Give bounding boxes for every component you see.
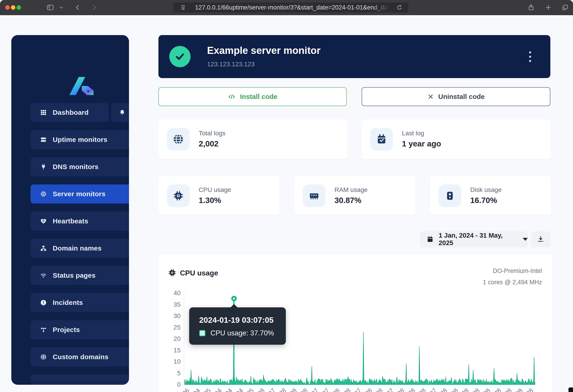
- y-axis-tick: 0: [156, 381, 180, 388]
- status-up-icon: [169, 46, 191, 67]
- address-bar[interactable]: 127.0.0.1/66uptime/server-monitor/3?&sta…: [173, 2, 409, 12]
- monitor-header-card: [158, 35, 550, 78]
- reader-view-icon[interactable]: [176, 2, 190, 12]
- sidebar-item-server-monitors[interactable]: Server monitors: [31, 184, 129, 203]
- user-profile[interactable]: Example sample@example.com: [31, 383, 129, 385]
- chart-title: CPU usage: [180, 269, 218, 277]
- sidebar-item-label: DNS monitors: [53, 163, 98, 171]
- share-icon[interactable]: [525, 2, 537, 13]
- sidebar-item-partial[interactable]: [31, 374, 129, 381]
- sidebar: Dashboard Uptime monitors DNS monitors S…: [11, 35, 129, 385]
- stat-card-disk-usage: Disk usage 16.70%: [430, 176, 551, 215]
- tooltip-arrow: [230, 304, 238, 308]
- close-window-button[interactable]: [5, 5, 10, 10]
- stat-value: 16.70%: [470, 196, 497, 205]
- y-axis-tick: 5: [156, 370, 180, 377]
- download-button[interactable]: [531, 231, 550, 247]
- uninstall-code-label: Uninstall code: [438, 93, 484, 101]
- sidebar-item-incidents[interactable]: Incidents: [31, 293, 129, 312]
- stat-label: RAM usage: [335, 186, 368, 194]
- notifications-button[interactable]: [111, 103, 129, 122]
- sidebar-item-label: Incidents: [53, 299, 83, 306]
- date-range-label: 1 Jan, 2024 - 31 May, 2025: [439, 232, 512, 247]
- y-axis-tick: 15: [156, 347, 180, 354]
- stat-value: 30.87%: [335, 196, 361, 205]
- stat-label: Last log: [402, 130, 424, 137]
- uninstall-code-button[interactable]: Uninstall code: [362, 87, 550, 106]
- sidebar-item-label: Custom domains: [53, 353, 108, 361]
- app-logo: [68, 73, 95, 96]
- browser-window: 127.0.0.1/66uptime/server-monitor/3?&sta…: [0, 0, 573, 392]
- x-icon: [427, 93, 434, 100]
- sidebar-item-domain-names[interactable]: Domain names: [31, 239, 129, 258]
- url-text: 127.0.0.1/66uptime/server-monitor/3?&sta…: [195, 2, 390, 12]
- sidebar-toggle-icon[interactable]: [44, 2, 56, 13]
- stat-value: 2,002: [199, 139, 219, 148]
- tooltip-timestamp: 2024-01-19 03:07:05: [199, 316, 274, 324]
- y-axis-tick: 20: [156, 335, 180, 342]
- globe-icon: [167, 128, 190, 150]
- sidebar-item-status-pages[interactable]: Status pages: [31, 266, 129, 285]
- caret-down-icon: [523, 238, 528, 241]
- sidebar-item-label: Uptime monitors: [53, 136, 107, 143]
- monitor-ip: 123.123.123.123: [207, 61, 255, 68]
- y-axis-tick: 35: [156, 301, 180, 308]
- kebab-menu-icon[interactable]: [525, 48, 535, 65]
- sidebar-item-heartbeats[interactable]: Heartbeats: [31, 212, 129, 231]
- chart-y-axis: [184, 292, 184, 385]
- sitemap-icon: [40, 245, 47, 252]
- install-code-label: Install code: [240, 93, 277, 101]
- sidebar-item-label: Dashboard: [53, 109, 89, 116]
- tab-overview-icon[interactable]: [559, 2, 571, 13]
- stat-card-total-logs: Total logs 2,002: [158, 119, 348, 159]
- minimize-window-button[interactable]: [11, 5, 15, 10]
- stat-value: 1 year ago: [402, 139, 441, 148]
- calendar-check-icon: [370, 128, 393, 150]
- alert-circle-icon: [40, 299, 47, 306]
- chart-tooltip: 2024-01-19 03:07:05 CPU usage: 37.70%: [189, 307, 286, 345]
- y-axis-tick: 30: [156, 312, 180, 320]
- y-axis-tick: 40: [156, 289, 180, 297]
- cpu-chip-icon: [167, 184, 190, 207]
- new-tab-icon[interactable]: [543, 2, 554, 13]
- chevron-down-icon[interactable]: [57, 2, 65, 13]
- reload-icon[interactable]: [393, 2, 406, 12]
- sidebar-item-label: Status pages: [53, 272, 95, 279]
- stat-card-last-log: Last log 1 year ago: [362, 119, 551, 159]
- y-axis-tick: 25: [156, 324, 180, 331]
- sidebar-item-dns-monitors[interactable]: DNS monitors: [31, 157, 129, 176]
- chart-x-axis: [184, 385, 537, 385]
- sidebar-item-label: Heartbeats: [53, 217, 88, 225]
- server-cores-label: 1 cores @ 2,494 MHz: [429, 279, 542, 286]
- stat-label: CPU usage: [199, 186, 231, 194]
- code-icon: [228, 92, 236, 101]
- server-type-label: DO-Premium-Intel: [429, 267, 542, 275]
- date-range-picker[interactable]: 1 Jan, 2024 - 31 May, 2025: [420, 231, 528, 247]
- heart-pulse-icon: [40, 218, 47, 225]
- globe-icon: [40, 354, 47, 360]
- sidebar-item-label: Domain names: [53, 244, 102, 252]
- stat-label: Disk usage: [470, 186, 502, 194]
- stat-card-ram-usage: RAM usage 30.87%: [294, 176, 415, 215]
- sidebar-item-uptime-monitors[interactable]: Uptime monitors: [31, 130, 129, 149]
- plug-icon: [40, 163, 47, 170]
- sidebar-item-dashboard[interactable]: Dashboard: [31, 103, 109, 122]
- share-nodes-icon: [40, 326, 47, 333]
- cpu-chip-icon: [40, 191, 47, 197]
- memory-icon: [303, 184, 325, 207]
- sidebar-item-custom-domains[interactable]: Custom domains: [31, 347, 129, 366]
- back-button[interactable]: [73, 2, 83, 13]
- series-swatch: [199, 330, 205, 336]
- sidebar-item-projects[interactable]: Projects: [31, 320, 129, 339]
- install-code-button[interactable]: Install code: [158, 87, 347, 106]
- y-axis-tick: 10: [156, 358, 180, 365]
- forward-button[interactable]: [89, 2, 99, 13]
- download-icon: [537, 235, 545, 243]
- sidebar-item-label: Server monitors: [53, 190, 106, 198]
- calendar-icon: [427, 235, 434, 243]
- zoom-window-button[interactable]: [17, 5, 21, 10]
- bell-icon: [119, 109, 125, 116]
- wifi-icon: [40, 272, 47, 279]
- browser-toolbar: 127.0.0.1/66uptime/server-monitor/3?&sta…: [0, 0, 573, 15]
- highlighted-data-point: [231, 296, 237, 301]
